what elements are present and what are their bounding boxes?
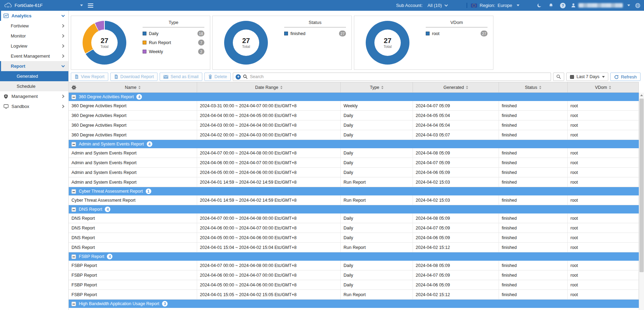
table-row[interactable]: Admin and System Events Report2024-04-01… [69, 177, 639, 187]
table-cell: 360 Degree Activities Report [69, 101, 197, 110]
sidebar-item-management[interactable]: Management [0, 91, 68, 101]
search-button[interactable] [553, 73, 564, 81]
sort-icon [539, 86, 541, 89]
collapse-icon[interactable] [71, 95, 76, 99]
table-cell: root [568, 223, 639, 233]
region-selector[interactable]: Region: Europe [466, 3, 519, 8]
table-row[interactable]: 360 Degree Activities Report2024-04-02 0… [69, 130, 639, 140]
time-range-button[interactable]: Last 7 Days [566, 73, 608, 81]
group-header-row[interactable]: DNS Report4 [69, 205, 639, 213]
table-row[interactable]: Admin and System Events Report2024-04-06… [69, 158, 639, 168]
collapse-icon[interactable] [71, 207, 76, 212]
vertical-scrollbar[interactable] [639, 93, 644, 310]
column-header-name[interactable]: Name [69, 82, 197, 92]
delete-icon [208, 74, 212, 79]
moon-icon[interactable] [533, 3, 545, 8]
column-header-type[interactable]: Type [341, 82, 413, 92]
scroll-up-arrow[interactable] [639, 93, 644, 98]
help-icon[interactable]: ? [557, 3, 569, 8]
group-header-row[interactable]: Cyber Threat Assessment Report1 [69, 187, 639, 195]
refresh-button[interactable]: Refresh [610, 73, 641, 81]
table-cell: finished [499, 213, 568, 223]
table-row[interactable]: DNS Report2024-04-06 00:00 ~ 2024-04-07 … [69, 223, 639, 233]
legend-item[interactable]: finished27 [284, 31, 346, 36]
table-row[interactable]: DNS Report2024-04-05 00:00 ~ 2024-04-06 … [69, 233, 639, 243]
table-row[interactable]: DNS Report2024-04-01 15:04 ~ 2024-04-02 … [69, 243, 639, 252]
table-cell: 2024-04-06 05:09 [413, 280, 499, 290]
table-cell: FSBP Report [69, 270, 197, 280]
legend-item[interactable]: root27 [426, 31, 488, 36]
table-cell: 2024-04-05 00:00 ~ 2024-04-06 00:00 Etc/… [197, 280, 341, 290]
content-area: 27TotalTypeDaily18Run Report7Weekly227To… [69, 11, 644, 310]
group-header-row[interactable]: High Bandwidth Application Usage Report3 [69, 300, 639, 308]
table-row[interactable]: Admin and System Events Report2024-04-05… [69, 168, 639, 177]
table-row[interactable]: 360 Degree Activities Report2024-03-31 0… [69, 101, 639, 111]
column-header-vdom[interactable]: VDom [568, 82, 639, 92]
device-selector[interactable]: FortiGate-61F [12, 3, 83, 8]
sidebar-item-generated[interactable]: Generated [0, 71, 68, 81]
table-row[interactable]: Admin and System Events Report2024-04-07… [69, 148, 639, 158]
donut-chart[interactable]: 27Total [83, 21, 126, 65]
column-header-generated[interactable]: Generated [413, 82, 499, 92]
table-row[interactable]: 360 Degree Activities Report2024-04-03 0… [69, 120, 639, 130]
bell-icon[interactable] [545, 3, 557, 8]
table-cell: finished [499, 233, 568, 242]
sidebar-item-label: Report [11, 64, 25, 69]
sidebar-item-sandbox[interactable]: Sandbox [0, 101, 68, 111]
column-header-date-range[interactable]: Date Range [197, 82, 341, 92]
group-header-row[interactable]: 360 Degree Activities Report4 [69, 93, 639, 101]
column-header-status[interactable]: Status [499, 82, 568, 92]
email-icon [163, 75, 168, 79]
legend-swatch-icon [143, 50, 146, 53]
legend-item[interactable]: Weekly2 [143, 49, 204, 55]
table-row[interactable]: DNS Report2024-04-07 00:00 ~ 2024-04-08 … [69, 213, 639, 223]
collapse-icon[interactable] [71, 142, 76, 146]
table-row[interactable]: Cyber Threat Assessment Report2024-04-01… [69, 195, 639, 205]
table-cell: DNS Report [69, 213, 197, 223]
group-header-row[interactable]: FSBP Report4 [69, 252, 639, 261]
table-cell: root [568, 280, 639, 290]
table-row[interactable]: FSBP Report2024-04-07 00:00 ~ 2024-04-08… [69, 261, 639, 270]
collapse-icon[interactable] [71, 302, 76, 306]
table-cell: Daily [341, 280, 413, 290]
menu-icon[interactable] [88, 3, 93, 8]
donut-total-label: Total [383, 44, 391, 49]
legend-item[interactable]: Daily18 [143, 31, 204, 36]
collapse-icon[interactable] [71, 254, 76, 259]
group-count-badge: 1 [146, 188, 151, 194]
search-input[interactable] [250, 74, 548, 79]
donut-chart[interactable]: 27Total [224, 21, 268, 65]
sort-icon [609, 86, 611, 89]
add-filter-icon[interactable]: + [236, 74, 241, 79]
delete-button[interactable]: Delete [204, 73, 231, 81]
sidebar-item-event-management[interactable]: Event Management [0, 51, 68, 61]
table-row[interactable]: FSBP Report2024-04-01 15:05 ~ 2024-04-02… [69, 290, 639, 300]
group-header-row[interactable]: Admin and System Events Report4 [69, 140, 639, 148]
column-settings-gear-icon[interactable] [71, 85, 76, 91]
scrollbar-thumb[interactable] [639, 99, 644, 272]
table-cell: root [568, 168, 639, 177]
sidebar-item-analytics[interactable]: Analytics [0, 11, 68, 21]
view-report-button[interactable]: View Report [71, 73, 108, 81]
sidebar-item-monitor[interactable]: Monitor [0, 31, 68, 41]
donut-chart[interactable]: 27Total [366, 21, 409, 65]
calendar-icon [570, 75, 574, 79]
sidebar-item-report[interactable]: Report [0, 61, 68, 71]
sidebar-item-logview[interactable]: Logview [0, 41, 68, 51]
sidebar-item-label: Event Management [11, 53, 50, 59]
table-row[interactable]: FSBP Report2024-04-06 00:00 ~ 2024-04-07… [69, 270, 639, 280]
column-label: VDom [595, 85, 607, 90]
table-row[interactable]: 360 Degree Activities Report2024-04-04 0… [69, 111, 639, 120]
sidebar-item-fortiview[interactable]: Fortiview [0, 21, 68, 31]
download-report-button[interactable]: Download Report [110, 73, 158, 81]
group-name: DNS Report [79, 207, 102, 212]
collapse-icon[interactable] [71, 189, 76, 194]
legend-item[interactable]: Run Report7 [143, 40, 204, 45]
globe-icon[interactable] [635, 3, 641, 8]
table-row[interactable]: FSBP Report2024-04-05 00:00 ~ 2024-04-06… [69, 280, 639, 290]
user-menu[interactable] [571, 3, 630, 8]
sidebar-item-schedule[interactable]: Schedule [0, 81, 68, 91]
email-button[interactable]: Send as Email [160, 73, 202, 81]
sub-account-selector[interactable]: Sub Account: All (10) [396, 3, 447, 8]
group-count-badge: 4 [147, 141, 152, 147]
